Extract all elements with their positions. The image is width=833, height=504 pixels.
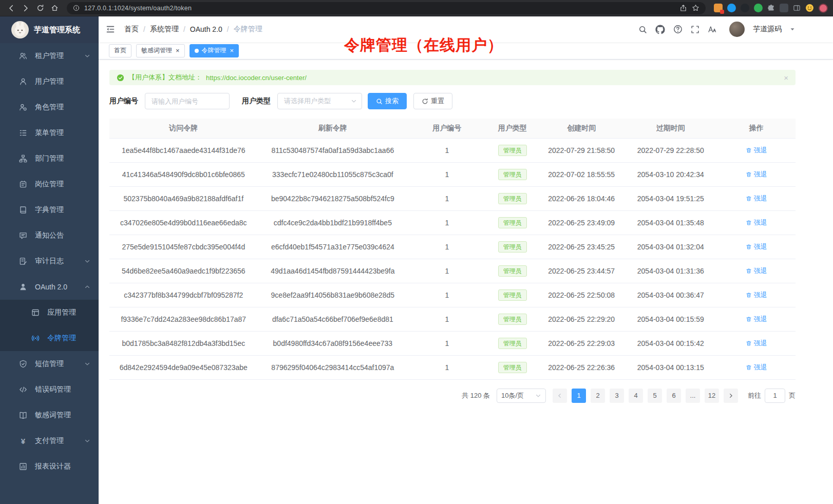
help-icon[interactable] (673, 25, 683, 34)
side-panel-icon[interactable] (793, 4, 801, 12)
caret-down-icon[interactable] (790, 27, 795, 32)
sidebar-item-notice[interactable]: 通知公告 (0, 223, 99, 248)
breadcrumb-item[interactable]: OAuth 2.0 (190, 25, 222, 33)
github-icon[interactable] (655, 25, 665, 34)
tab-home[interactable]: 首页 (109, 44, 131, 57)
force-logout-button[interactable]: 强退 (746, 218, 767, 227)
user-id-cell: 1 (408, 283, 486, 307)
page-size-select[interactable]: 10条/页 (497, 389, 546, 403)
share-icon[interactable] (679, 4, 687, 12)
fullscreen-icon[interactable] (691, 25, 699, 34)
browser-reload-icon[interactable] (34, 2, 46, 14)
user-type-cell: 管理员 (486, 235, 539, 259)
user-name[interactable]: 芋道源码 (753, 25, 782, 34)
tab-oauth2-token[interactable]: 令牌管理× (190, 44, 239, 57)
alert-close-icon[interactable]: × (784, 73, 788, 82)
sidebar-item-pay[interactable]: ¥支付管理 (0, 428, 99, 454)
app-window: 芋道管理系统 租户管理用户管理角色管理菜单管理部门管理岗位管理字典管理通知公告审… (0, 16, 833, 504)
sidebar-fold-icon[interactable] (106, 25, 115, 34)
total-count: 共 120 条 (462, 391, 490, 400)
delete-icon (746, 196, 752, 202)
filter-bar: 用户编号 用户类型 请选择用户类型 搜索 重置 (109, 93, 796, 109)
browser-address-bar[interactable]: 127.0.0.1:1024/system/oauth2/token (67, 2, 706, 14)
sidebar-item-oauth2-application[interactable]: 应用管理 (0, 300, 99, 325)
force-logout-button[interactable]: 强退 (746, 290, 767, 300)
user-type-select[interactable]: 请选择用户类型 (277, 93, 362, 109)
page-button[interactable]: 3 (610, 389, 624, 403)
page-button[interactable]: 5 (648, 389, 662, 403)
bookmark-star-icon[interactable] (692, 4, 699, 12)
browser-home-icon[interactable] (48, 2, 61, 14)
sidebar-item-audit-log[interactable]: 审计日志 (0, 248, 99, 274)
access-token-cell: 502375b8040a469a9b82188afdf6af1f (109, 186, 258, 210)
breadcrumb-item[interactable]: 首页 (124, 25, 139, 34)
extension-icon-2[interactable] (727, 4, 736, 12)
search-button-label: 搜索 (385, 96, 399, 106)
user-type-cell: 管理员 (486, 259, 539, 283)
chevron-down-icon (535, 393, 541, 399)
force-logout-button[interactable]: 强退 (746, 363, 767, 372)
force-logout-button[interactable]: 强退 (746, 339, 767, 348)
page-button[interactable]: 2 (591, 389, 605, 403)
prev-page-button[interactable] (553, 389, 567, 403)
next-page-button[interactable] (724, 389, 738, 403)
page-button[interactable]: 1 (572, 389, 586, 403)
sidebar-item-oauth2-token[interactable]: 令牌管理 (0, 325, 99, 351)
page-button[interactable]: 12 (705, 389, 719, 403)
sidebar-item-sms[interactable]: 短信管理 (0, 351, 99, 377)
message-icon (18, 231, 28, 240)
force-logout-button[interactable]: 强退 (746, 242, 767, 251)
user-id-input[interactable] (145, 93, 230, 109)
extension-icon-1[interactable] (714, 4, 723, 12)
reset-button[interactable]: 重置 (413, 93, 452, 109)
force-logout-label: 强退 (754, 218, 767, 227)
tab-sensitive-word[interactable]: 敏感词管理× (136, 44, 185, 57)
search-icon[interactable] (638, 25, 647, 34)
sidebar-item-dept[interactable]: 部门管理 (0, 146, 99, 171)
sidebar-item-oauth2[interactable]: OAuth 2.0 (0, 274, 99, 300)
browser-back-icon[interactable] (5, 2, 17, 14)
tab-close-icon[interactable]: × (176, 47, 180, 54)
site-info-icon[interactable] (73, 5, 80, 11)
alert-link[interactable]: https://doc.iocoder.cn/user-center/ (206, 74, 307, 82)
sidebar-item-user[interactable]: 用户管理 (0, 69, 99, 94)
sidebar-item-menu[interactable]: 菜单管理 (0, 120, 99, 146)
pagination: 共 120 条 10条/页 123456...12 前往 页 (109, 389, 796, 403)
post-icon (18, 180, 28, 188)
extensions-puzzle-icon[interactable] (767, 4, 775, 12)
delete-icon (746, 244, 752, 250)
navbar-actions: 芋道源码 (638, 22, 795, 37)
more-pages-button[interactable]: ... (686, 389, 700, 403)
breadcrumb-item[interactable]: 系统管理 (150, 25, 179, 34)
page-button[interactable]: 4 (629, 389, 643, 403)
force-logout-button[interactable]: 强退 (746, 266, 767, 276)
tab-close-icon[interactable]: × (230, 47, 234, 54)
force-logout-button[interactable]: 强退 (746, 170, 767, 179)
breadcrumb-separator: / (183, 25, 185, 33)
app-window-icon (31, 308, 40, 317)
user-type-badge: 管理员 (498, 217, 527, 228)
font-size-icon[interactable] (708, 25, 717, 34)
sidebar-item-error-code[interactable]: 错误码管理 (0, 377, 99, 402)
sidebar-item-post[interactable]: 岗位管理 (0, 171, 99, 197)
search-button[interactable]: 搜索 (368, 93, 407, 109)
profile-smiley-icon[interactable] (805, 4, 814, 12)
page-button[interactable]: 6 (667, 389, 681, 403)
extension-icon-4[interactable] (754, 4, 763, 12)
browser-profile-avatar[interactable] (819, 4, 828, 13)
goto-page-input[interactable] (765, 389, 785, 403)
extension-icon-3[interactable] (741, 4, 749, 12)
sidebar-item-role[interactable]: 角色管理 (0, 94, 99, 120)
force-logout-button[interactable]: 强退 (746, 146, 767, 155)
action-cell: 强退 (717, 210, 796, 235)
sidebar-item-sensitive-word[interactable]: 敏感词管理 (0, 402, 99, 428)
sidebar-item-tenant[interactable]: 租户管理 (0, 43, 99, 69)
sidebar-item-dict[interactable]: 字典管理 (0, 197, 99, 223)
force-logout-button[interactable]: 强退 (746, 315, 767, 324)
browser-forward-icon[interactable] (20, 2, 32, 14)
extension-icon-5[interactable] (780, 4, 788, 12)
force-logout-button[interactable]: 强退 (746, 194, 767, 203)
page-content: 【用户体系】文档地址： https://doc.iocoder.cn/user-… (99, 60, 833, 504)
sidebar-item-report[interactable]: 报表设计器 (0, 454, 99, 479)
user-avatar[interactable] (729, 22, 745, 37)
